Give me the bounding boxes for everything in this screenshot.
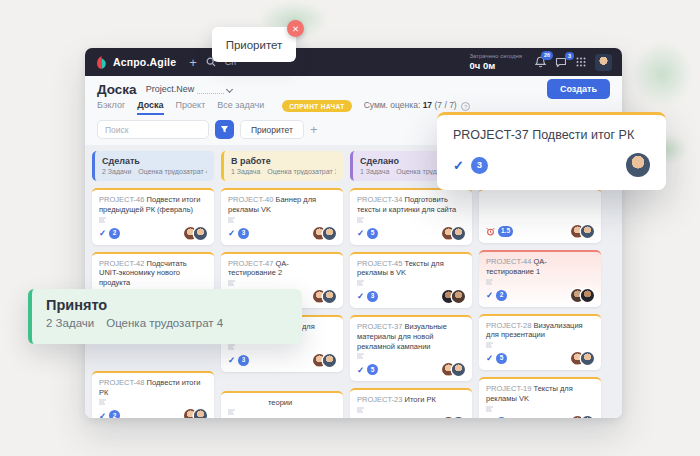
sprint-status-badge: СПРИНТ НАЧАТ [282,100,351,112]
task-card-project-40[interactable]: PROJECT-40 Баннер для рекламы VK✓3 [221,188,343,245]
task-title: PROJECT-23 Итоги РК [357,395,465,405]
description-icon [357,280,365,286]
search-input[interactable] [97,120,209,139]
assignee-avatars [571,416,594,419]
task-id: PROJECT-47 [228,259,273,268]
chat-icon[interactable]: 3 [555,57,567,68]
popup-points-badge: 3 [471,157,488,174]
assignee-avatar [581,225,594,238]
assignee-avatars [184,409,207,418]
column-task-count: 1 Задача [360,168,389,175]
description-icon [486,406,494,412]
task-card-project-37[interactable]: PROJECT-37 Визуальные материалы для ново… [350,315,472,381]
tab-project[interactable]: Проект [176,100,206,115]
project-name: Project.New [146,84,195,94]
description-icon [228,344,236,350]
page: Аспро.Agile + Сп Затрачено сегодня 0ч 0м… [0,0,700,456]
task-card-project-34[interactable]: PROJECT-34 Подготовить тексты и картинки… [350,188,472,245]
assignee-avatar [626,153,650,177]
user-avatar[interactable] [595,54,612,71]
points-badge: 2 [109,228,120,239]
assignee-avatars [442,290,465,303]
task-title: PROJECT-40 Баннер для рекламы VK [228,195,336,215]
task-footer: ✓2 [99,409,207,418]
priority-tooltip: Приоритет ✕ [212,27,296,62]
checkmark-icon: ✓ [357,366,364,375]
create-button[interactable]: Создать [547,79,610,99]
task-card-project-48[interactable]: PROJECT-48 Подвести итоги РК✓2 [92,371,214,418]
task-title: PROJECT-34 Подготовить тексты и картинки… [357,195,465,215]
task-footer: ✓2 [99,227,207,240]
assignee-avatars [571,225,594,238]
task-card-project-19[interactable]: PROJECT-19 Тексты для рекламы VK✓5 [479,377,601,418]
task-title: PROJECT-47 QA-тестирование 2 [228,259,336,279]
assignee-avatar [452,290,465,303]
time-label: Затрачено сегодня [469,53,522,60]
close-icon[interactable]: ✕ [287,20,304,37]
column-header[interactable]: В работе1 ЗадачаОценка трудозатрат 3 [221,151,343,181]
task-popup-card[interactable]: PROJECT-37 Подвести итог РК ✓ 3 [437,112,666,190]
task-card-project-44[interactable]: PROJECT-44 QA-тестирование 1✓2 [479,250,601,307]
assignee-avatars [442,363,465,376]
board-column-3: Принято2 ЗадачиОценка трудозатрат 41.5PR… [479,151,601,418]
assignee-avatar [452,417,465,418]
brand[interactable]: Аспро.Agile [95,56,176,69]
assignee-avatars [313,290,336,303]
column-subtitle: 2 ЗадачиОценка трудозатрат 4 [102,168,207,175]
task-footer: ✓3 [228,227,336,240]
points-badge: 3 [367,291,378,302]
notifications-bell-icon[interactable]: 26 [535,56,546,68]
task-footer: ✓5 [486,352,594,365]
task-card[interactable]: теории✓3 [221,391,343,419]
board-column-0: Сделать2 ЗадачиОценка трудозатрат 4PROJE… [92,151,214,418]
task-title: PROJECT-37 Визуальные материалы для ново… [357,322,465,351]
create-task-icon[interactable]: + [189,56,197,69]
task-id: PROJECT-40 [228,195,273,204]
task-footer: ✓5 [357,363,465,376]
info-icon[interactable]: ? [461,102,470,111]
task-card[interactable]: 1.5 [479,188,601,243]
points-badge: 3 [238,355,249,366]
task-footer: ✓2 [486,289,594,302]
task-footer: ✓5 [486,416,594,419]
description-icon [486,342,494,348]
task-card-project-23[interactable]: PROJECT-23 Итоги РК✓5 [350,388,472,418]
hidden-card-body [486,195,594,221]
apps-grid-icon[interactable] [576,57,586,67]
add-filter-icon[interactable]: + [310,123,318,136]
task-id: PROJECT-46 [99,195,144,204]
points-badge: 2 [109,410,120,418]
project-selector[interactable]: Project.New [146,84,232,94]
filter-button[interactable] [215,120,234,139]
priority-filter-chip[interactable]: Приоритет [240,120,304,139]
checkmark-icon: ✓ [357,292,364,301]
accepted-task-count: 2 Задачи [46,317,94,329]
assignee-avatars [571,352,594,365]
app-window: Аспро.Agile + Сп Затрачено сегодня 0ч 0м… [85,48,622,418]
checkmark-icon: ✓ [357,229,364,238]
column-header[interactable]: Сделать2 ЗадачиОценка трудозатрат 4 [92,151,214,181]
top-navbar: Аспро.Agile + Сп Затрачено сегодня 0ч 0м… [85,48,622,76]
funnel-icon [220,125,229,134]
task-card-project-28[interactable]: PROJECT-28 Визуализация для презентации✓… [479,314,601,371]
assignee-avatar [452,227,465,240]
assignee-avatar [323,354,336,367]
checkmark-icon: ✓ [228,229,235,238]
logo-icon [95,56,108,69]
task-footer: ✓5 [357,227,465,240]
overdue-timer-icon [486,227,495,236]
tab-backlog[interactable]: Бэклог [97,100,125,115]
time-tracker[interactable]: Затрачено сегодня 0ч 0м [469,53,526,72]
tab-board[interactable]: Доска [137,100,163,115]
task-card-project-46[interactable]: PROJECT-46 Подвести итоги предыдущей РК … [92,188,214,245]
task-card-project-45[interactable]: PROJECT-45 Тексты для рекламы в VK✓3 [350,252,472,309]
tab-all-tasks[interactable]: Все задачи [217,100,264,115]
column-task-count: 2 Задачи [102,168,131,175]
assignee-avatar [323,290,336,303]
description-icon [228,280,236,286]
assignee-avatar [194,227,207,240]
column-title: Сделать [102,156,207,166]
time-value: 0ч 0м [469,60,522,71]
assignee-avatars [442,227,465,240]
board-column-2: Сделано1 ЗадачаОценка трудозатратPROJECT… [350,151,472,418]
